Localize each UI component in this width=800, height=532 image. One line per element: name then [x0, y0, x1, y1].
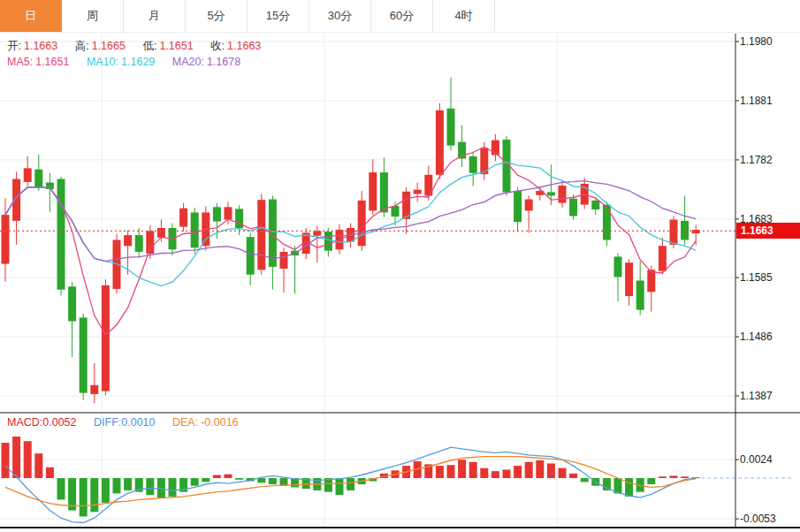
macd-hist-bar — [436, 466, 444, 478]
low-value: 1.1651 — [159, 40, 193, 52]
tab-30min[interactable]: 30分 — [309, 0, 371, 32]
ma20-line — [5, 181, 696, 262]
macd-hist-bar — [257, 478, 265, 483]
candle-body — [135, 235, 143, 252]
macd-hist-bar — [625, 478, 633, 497]
candle-body — [191, 212, 199, 247]
candle-body — [102, 285, 110, 391]
macd-hist-bar — [124, 478, 132, 490]
candle-body — [12, 179, 20, 221]
price-axis-label: 1.1980 — [740, 35, 773, 48]
high-label: 高: — [75, 40, 89, 52]
macd-legend: MACD:0.0052 DIFF:0.0010 DEA:-0.0016 — [7, 416, 239, 429]
price-axis-label: 1.1486 — [740, 331, 773, 343]
open-value: 1.1663 — [24, 40, 57, 52]
candle-body — [647, 270, 655, 292]
tab-60min[interactable]: 60分 — [371, 0, 433, 32]
candle-body — [179, 209, 187, 227]
diff-value: 0.0010 — [121, 416, 155, 429]
period-tabbar: 日 周 月 5分 15分 30分 60分 4时 — [0, 0, 800, 33]
tab-week[interactable]: 周 — [62, 0, 124, 32]
candle-body — [591, 201, 599, 209]
macd-hist-bar — [191, 478, 199, 486]
candle-body — [636, 280, 644, 309]
candle-body — [57, 179, 65, 290]
dea-label: DEA: — [172, 416, 198, 429]
macd-hist-bar — [146, 478, 154, 495]
macd-hist-bar — [90, 478, 98, 512]
macd-label: MACD: — [7, 416, 42, 429]
ma20-value: 1.1678 — [207, 56, 240, 68]
candle-body — [157, 228, 165, 238]
macd-hist-bar — [458, 460, 466, 478]
tab-4hour[interactable]: 4时 — [433, 0, 495, 32]
chart-canvas[interactable] — [0, 0, 800, 532]
macd-hist-bar — [169, 478, 177, 497]
ma5-value: 1.1651 — [35, 56, 69, 68]
ma10-label: MA10: — [87, 56, 118, 68]
candle-body — [257, 200, 265, 270]
candle-body — [324, 232, 332, 251]
ma20-label: MA20: — [172, 56, 204, 68]
macd-hist-bar — [536, 460, 544, 478]
candle-body — [68, 286, 76, 321]
macd-axis-label: 0.0024 — [740, 453, 773, 466]
macd-hist-bar — [12, 437, 20, 478]
macd-hist-bar — [269, 478, 277, 484]
candle-body — [225, 207, 232, 219]
macd-hist-bar — [447, 465, 455, 478]
candle-body — [247, 237, 255, 275]
macd-hist-bar — [581, 478, 589, 482]
candlestick-chart[interactable] — [0, 0, 800, 532]
low-label: 低: — [142, 40, 156, 52]
ohlc-legend: 开:1.1663 高:1.1665 低:1.1651 收:1.1663 — [7, 39, 261, 54]
high-value: 1.1665 — [92, 40, 126, 52]
macd-hist-bar — [480, 468, 488, 478]
candle-body — [614, 256, 622, 277]
macd-hist-bar — [547, 463, 555, 478]
candle-body — [358, 201, 366, 246]
macd-hist-bar — [80, 478, 88, 517]
macd-hist-bar — [336, 478, 344, 495]
macd-hist-bar — [24, 441, 32, 478]
candle-body — [625, 262, 633, 296]
macd-hist-bar — [46, 467, 54, 478]
ma10-value: 1.1629 — [121, 56, 155, 68]
candle-body — [124, 235, 132, 246]
macd-hist-bar — [235, 478, 243, 480]
candle-body — [90, 385, 98, 394]
macd-hist-bar — [659, 476, 667, 478]
macd-hist-bar — [2, 443, 10, 478]
macd-hist-bar — [157, 478, 165, 498]
candle-body — [113, 240, 121, 289]
candle-body — [569, 199, 577, 217]
candle-body — [514, 191, 522, 222]
macd-hist-bar — [491, 471, 499, 478]
tab-day[interactable]: 日 — [0, 0, 62, 32]
dea-value: -0.0016 — [201, 416, 238, 429]
candle-body — [603, 205, 611, 240]
macd-hist-bar — [681, 476, 689, 478]
price-axis-label: 1.1387 — [740, 390, 773, 402]
macd-hist-bar — [213, 475, 221, 478]
close-label: 收: — [210, 40, 225, 52]
macd-hist-bar — [225, 475, 232, 478]
macd-hist-bar — [347, 478, 354, 490]
kline-app: 日 周 月 5分 15分 30分 60分 4时 开:1.1663 高:1.166… — [0, 0, 800, 532]
candle-body — [670, 220, 678, 245]
tab-15min[interactable]: 15分 — [248, 0, 309, 32]
tab-month[interactable]: 月 — [124, 0, 186, 32]
diff-label: DIFF: — [94, 416, 121, 429]
candle-body — [24, 168, 32, 182]
candle-body — [436, 110, 444, 175]
tab-5min[interactable]: 5分 — [186, 0, 248, 32]
ma-legend: MA5:1.1651 MA10:1.1629 MA20:1.1678 — [7, 56, 240, 68]
macd-hist-bar — [503, 469, 511, 478]
candle-body — [280, 252, 288, 269]
candle-body — [313, 231, 321, 235]
macd-hist-bar — [670, 475, 678, 478]
candle-body — [659, 246, 667, 270]
price-axis-label: 1.1881 — [740, 95, 773, 107]
macd-hist-bar — [113, 478, 121, 493]
candle-body — [2, 215, 10, 263]
